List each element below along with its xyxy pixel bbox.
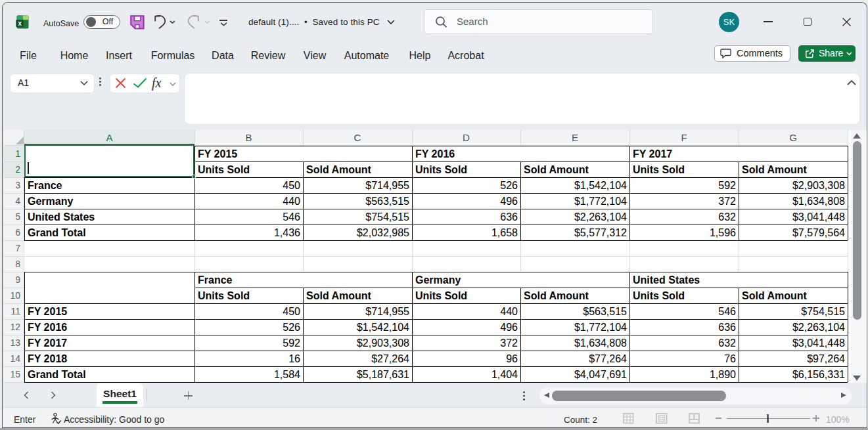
svg-text:x: x	[18, 20, 22, 27]
